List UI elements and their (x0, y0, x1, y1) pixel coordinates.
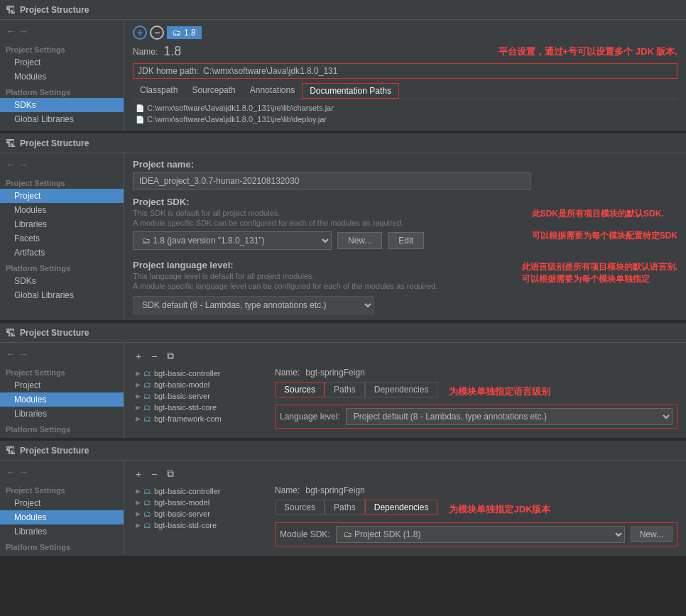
project-settings-label-1: Project Settings (0, 43, 124, 55)
sidebar-nav-4: ← → (0, 463, 124, 480)
forward-btn-1[interactable]: → (18, 26, 28, 37)
dep-tab-sources-4[interactable]: Sources (275, 500, 325, 515)
add-module-btn-3[interactable]: + (133, 349, 144, 363)
sidebar-2: ← → Project Settings Project Modules Lib… (0, 153, 124, 320)
edit-sdk-btn[interactable]: Edit (388, 232, 424, 249)
sidebar-item-artifacts-2[interactable]: Artifacts (0, 246, 124, 260)
tab-documentation-paths[interactable]: Documentation Paths (302, 83, 399, 99)
sidebar-item-project-1[interactable]: Project (0, 55, 124, 70)
lang-level-row-select-3[interactable]: Project default (8 - Lambdas, type annot… (346, 408, 673, 425)
module-name-value-3: bgt-springFeign (305, 368, 364, 378)
copy-module-btn-3[interactable]: ⧉ (164, 348, 177, 363)
sidebar-item-modules-3[interactable]: Modules (0, 392, 124, 407)
dep-tab-dependencies-4[interactable]: Dependencies (365, 500, 438, 515)
sidebar-item-modules-2[interactable]: Modules (0, 203, 124, 217)
add-sdk-btn[interactable]: + (133, 26, 147, 40)
sidebar-item-libraries-4[interactable]: Libraries (0, 524, 124, 539)
project-sdk-label: Project SDK: (133, 197, 526, 207)
back-btn-3[interactable]: ← (6, 348, 16, 360)
jar-item-0: 📄 C:\wmx\software\Java\jdk1.8.0_131\jre\… (133, 102, 677, 114)
sidebar-item-libraries-2[interactable]: Libraries (0, 217, 124, 231)
module-tab-sources-3[interactable]: Sources (275, 382, 325, 397)
module-item-0-4[interactable]: ▶🗂bgt-basic-controller (133, 485, 268, 497)
lang-level-row-label-3: Language level: (280, 412, 340, 422)
back-btn-4[interactable]: ← (6, 466, 16, 478)
app-icon-4: 🏗 (6, 445, 16, 456)
sidebar-nav-3: ← → (0, 346, 124, 363)
back-btn-2[interactable]: ← (6, 159, 16, 170)
forward-btn-4[interactable]: → (18, 466, 28, 478)
sidebar-nav-2: ← → (0, 156, 124, 173)
sidebar-4: ← → Project Settings Project Modules Lib… (0, 461, 124, 556)
panel-3: ← → Project Settings Project Modules Lib… (0, 343, 686, 439)
module-item-2-4[interactable]: ▶🗂bgt-basic-server (133, 508, 268, 519)
remove-module-btn-3[interactable]: − (148, 349, 160, 363)
sidebar-item-global-libraries-1[interactable]: Global Libraries (0, 112, 124, 126)
tab-classpath[interactable]: Classpath (133, 83, 185, 99)
lang-level-select[interactable]: SDK default (8 - Lambdas, type annotatio… (133, 296, 374, 314)
sdk-toolbar-1: + − 🗂 1.8 (133, 26, 677, 40)
sdk-folder-icon: 🗂 (173, 28, 181, 38)
sidebar-item-facets-2[interactable]: Facets (0, 231, 124, 246)
dep-annotation-4: 为模块单独指定JDK版本 (449, 503, 550, 516)
module-item-3-4[interactable]: ▶🗂bgt-basic-std-core (133, 519, 268, 531)
tab-sourcepath[interactable]: Sourcepath (185, 83, 242, 99)
module-item-0-3[interactable]: ▶🗂bgt-basic-controller (133, 368, 268, 379)
new-sdk-btn[interactable]: New... (337, 232, 382, 249)
sidebar-item-sdks-2[interactable]: SDKs (0, 274, 124, 288)
sidebar-item-modules-4[interactable]: Modules (0, 510, 124, 524)
module-item-1-4[interactable]: ▶🗂bgt-basic-model (133, 497, 268, 508)
add-module-btn-4[interactable]: + (133, 467, 144, 481)
sidebar-item-project-4[interactable]: Project (0, 496, 124, 510)
lang-desc1: This language level is default for all p… (133, 272, 516, 280)
forward-btn-3[interactable]: → (18, 348, 28, 360)
sidebar-item-libraries-3[interactable]: Libraries (0, 407, 124, 421)
back-btn-1[interactable]: ← (6, 26, 16, 37)
project-settings-label-3: Project Settings (0, 365, 124, 378)
module-sdk-select-4[interactable]: 🗂 Project SDK (1.8) (336, 526, 625, 543)
jar-path-1: C:\wmx\software\Java\jdk1.8.0_131\jre\li… (147, 115, 327, 123)
sidebar-item-project-2[interactable]: Project (0, 189, 124, 203)
module-layout-4: ▶🗂bgt-basic-controller ▶🗂bgt-basic-model… (133, 485, 677, 546)
module-annotation-3: 为模块单独指定语言级别 (449, 385, 550, 398)
sidebar-item-global-libraries-2[interactable]: Global Libraries (0, 288, 124, 302)
sidebar-item-modules-1[interactable]: Modules (0, 70, 124, 84)
platform-settings-label-4: Platform Settings (0, 540, 124, 553)
sdk-select[interactable]: 🗂 1.8 (java version "1.8.0_131") (133, 231, 332, 250)
panel-1: ← → Project Settings Project Modules Pla… (0, 20, 686, 132)
module-detail-4: Name: bgt-springFeign Sources Paths Depe… (275, 485, 677, 546)
title-bar-1: 🏗 Project Structure (0, 0, 686, 20)
lang-level-row-3: Language level: Project default (8 - Lam… (275, 405, 677, 429)
forward-btn-2[interactable]: → (18, 159, 28, 170)
name-annotation-1: 平台设置，通过+号可以设置多个 JDK 版本. (499, 45, 677, 58)
module-item-3-3[interactable]: ▶🗂bgt-basic-std-core (133, 402, 268, 413)
tab-annotations[interactable]: Annotations (243, 83, 302, 99)
module-item-4-3[interactable]: ▶🗂bgt-framework-com (133, 413, 268, 424)
jar-list-1: 📄 C:\wmx\software\Java\jdk1.8.0_131\jre\… (133, 102, 677, 125)
remove-sdk-btn[interactable]: − (150, 26, 164, 40)
sdk-row: 🗂 1.8 (java version "1.8.0_131") New... … (133, 231, 526, 250)
main-content-1: + − 🗂 1.8 Name: 1.8 平台设置，通过+号可以设置多个 JDK … (124, 20, 686, 131)
sidebar-nav-1: ← → (0, 23, 124, 40)
name-label-1: Name: (133, 47, 158, 57)
module-tab-paths-3[interactable]: Paths (325, 382, 365, 397)
jdk-path-row: JDK home path: C:\wmx\software\Java\jdk1… (133, 63, 677, 79)
module-name-label-3: Name: (275, 368, 300, 378)
module-item-1-3[interactable]: ▶🗂bgt-basic-model (133, 379, 268, 390)
module-sdk-new-btn-4[interactable]: New... (631, 527, 673, 542)
module-list-4: ▶🗂bgt-basic-controller ▶🗂bgt-basic-model… (133, 485, 268, 546)
title-text-4: Project Structure (20, 446, 89, 456)
sidebar-item-sdks-1[interactable]: SDKs (0, 98, 124, 112)
tabs-row-1: Classpath Sourcepath Annotations Documen… (133, 83, 677, 99)
window-1: 🏗 Project Structure ← → Project Settings… (0, 0, 686, 132)
copy-module-btn-4[interactable]: ⧉ (164, 466, 177, 481)
module-item-2-3[interactable]: ▶🗂bgt-basic-server (133, 390, 268, 402)
module-tab-dependencies-3[interactable]: Dependencies (365, 382, 438, 397)
dep-tab-paths-4[interactable]: Paths (325, 500, 365, 515)
sdk-version-item[interactable]: 🗂 1.8 (167, 26, 202, 39)
project-name-input[interactable] (133, 172, 530, 189)
lang-annotation-1: 此语言级别是所有项目模块的默认语言别. (522, 261, 677, 273)
main-content-3: + − ⧉ ▶🗂bgt-basic-controller ▶🗂bgt-basic… (124, 343, 686, 438)
remove-module-btn-4[interactable]: − (148, 467, 160, 481)
sidebar-item-project-3[interactable]: Project (0, 378, 124, 392)
